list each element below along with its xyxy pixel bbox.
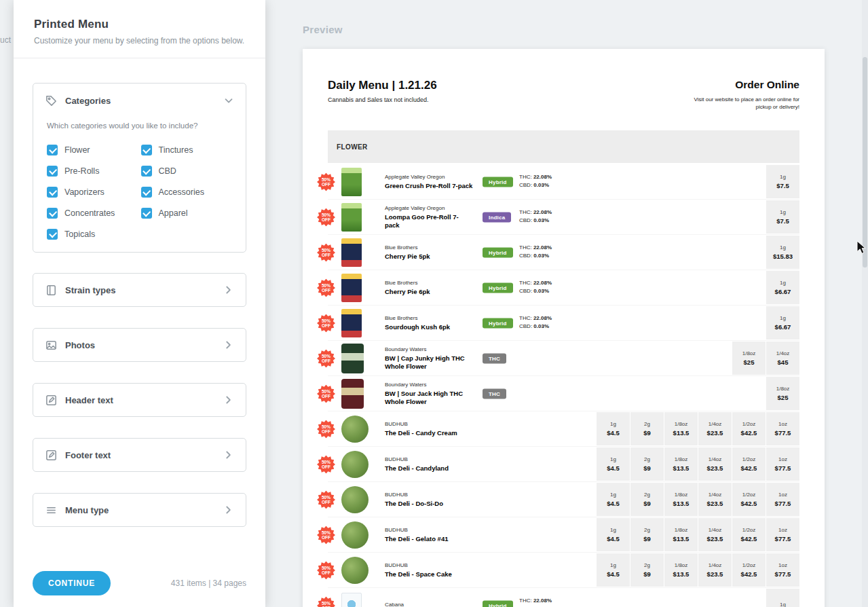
price-cell: 1/4oz $23.5	[698, 412, 732, 445]
category-option-label: Apparel	[159, 208, 188, 218]
category-checkbox-option[interactable]: Topicals	[47, 229, 141, 240]
product-image	[341, 521, 369, 549]
strain-badge: Hybrid	[483, 247, 513, 257]
price-value: $4.5	[607, 535, 620, 542]
price-size-label: 1g	[610, 421, 616, 427]
category-checkbox-option[interactable]: Flower	[47, 145, 141, 155]
price-size-label: 1/8oz	[675, 527, 688, 533]
category-checkbox-option[interactable]: Vaporizers	[47, 187, 141, 198]
price-size-label: 1oz	[778, 562, 787, 568]
price-cell: 1oz $77.5	[766, 412, 799, 445]
price-cell: 2g $9	[630, 412, 664, 445]
category-checkbox-option[interactable]: Tinctures	[141, 145, 235, 155]
price-cell: 1/8oz $13.5	[664, 553, 698, 587]
price-size-label: 1g	[610, 456, 616, 462]
section-card-strain-types[interactable]: Strain types	[33, 273, 246, 307]
continue-button[interactable]: CONTINUE	[33, 571, 111, 595]
printed-menu-panel: Printed Menu Customize your menu by sele…	[14, 0, 265, 607]
category-checkbox-option[interactable]: Concentrates	[47, 208, 141, 219]
category-checkbox-option[interactable]: Apparel	[141, 208, 235, 219]
category-option-label: Flower	[64, 145, 90, 155]
product-brand: BUDHUB	[385, 420, 473, 426]
price-cell: 1g	[766, 589, 799, 607]
price-size-label: 1/2oz	[742, 492, 756, 498]
price-value: $23.5	[707, 570, 723, 578]
product-brand: Applegate Valley Oregon	[385, 173, 473, 179]
chevron-right-icon	[223, 284, 235, 296]
categories-card: Categories Which categories would you li…	[33, 83, 246, 253]
price-value: $13.5	[673, 500, 690, 507]
scrollbar-track[interactable]	[862, 0, 868, 607]
checkbox-checked-icon[interactable]	[47, 166, 58, 177]
price-tiers: 1g $15.83	[766, 236, 799, 269]
discount-badge: 50%OFF	[317, 561, 335, 579]
category-checkbox-option[interactable]: CBD	[141, 166, 235, 177]
section-card-label: Header text	[65, 395, 113, 405]
categories-card-header[interactable]: Categories	[44, 94, 235, 107]
price-cell: 1g $4.5	[597, 553, 630, 587]
price-cell: 2g $9	[630, 447, 664, 481]
category-section-header: FLOWER	[328, 130, 799, 163]
price-value: $13.5	[673, 464, 690, 472]
product-row: 50%OFF Cabana Hybrid THC: 22.08% CBD: 0.…	[328, 588, 799, 607]
product-name: Cherry Pie 5pk	[385, 252, 473, 260]
potency-info: THC: 22.08% CBD: 0.03%	[519, 597, 552, 607]
price-value: $13.5	[673, 535, 690, 542]
discount-badge: 50%OFF	[317, 278, 335, 297]
price-size-label: 2g	[644, 421, 650, 427]
category-option-label: Topicals	[64, 229, 95, 239]
checkbox-checked-icon[interactable]	[141, 187, 152, 198]
product-brand: Applegate Valley Oregon	[385, 204, 473, 210]
section-card-photos[interactable]: Photos	[33, 328, 246, 362]
checkbox-checked-icon[interactable]	[141, 166, 152, 177]
price-tiers: 1g $7.5	[766, 200, 799, 234]
price-cell: 1/2oz $42.5	[732, 412, 766, 445]
price-value: $9	[643, 429, 651, 437]
panel-header: Printed Menu Customize your menu by sele…	[14, 0, 265, 58]
product-image	[341, 203, 362, 232]
product-row: 50%OFF BUDHUB The Deli - Candyland 1g $4…	[328, 447, 799, 482]
order-online-note: Visit our website to place an order onli…	[683, 96, 799, 111]
checkbox-checked-icon[interactable]	[47, 229, 58, 240]
potency-info: THC: 22.08% CBD: 0.03%	[519, 314, 552, 332]
price-cell: 1/2oz $42.5	[732, 447, 766, 481]
price-cell: 1g $4.5	[597, 483, 630, 516]
chevron-right-icon	[223, 339, 235, 351]
checkbox-checked-icon[interactable]	[141, 208, 152, 219]
category-option-label: Accessories	[159, 187, 204, 197]
price-value: $6.67	[775, 288, 791, 295]
checkbox-checked-icon[interactable]	[47, 187, 58, 198]
price-tiers: 1/8oz $25	[766, 377, 799, 410]
price-size-label: 2g	[644, 492, 650, 498]
price-cell: 1/4oz $45	[766, 342, 799, 375]
discount-badge: 50%OFF	[317, 490, 335, 509]
product-brand: Cabana	[385, 602, 473, 607]
price-value: $42.5	[741, 535, 757, 542]
product-row: 50%OFF Applegate Valley Oregon Loompa Go…	[328, 200, 799, 235]
price-size-label: 1oz	[778, 527, 787, 533]
price-size-label: 1g	[780, 209, 786, 215]
price-cell: 1g $7.5	[766, 200, 799, 234]
checkbox-checked-icon[interactable]	[141, 145, 152, 155]
section-card-menu-type[interactable]: Menu type	[33, 493, 246, 527]
section-card-footer-text[interactable]: Footer text	[33, 438, 246, 472]
discount-badge: 50%OFF	[317, 526, 335, 544]
checkbox-checked-icon[interactable]	[47, 208, 58, 219]
category-option-label: Vaporizers	[64, 187, 105, 197]
product-image	[341, 416, 369, 443]
section-card-header-text[interactable]: Header text	[33, 383, 246, 417]
price-value: $42.5	[741, 500, 757, 507]
product-row: 50%OFF Blue Brothers Cherry Pie 5pk Hybr…	[328, 235, 799, 270]
preview-area: Preview Daily Menu | 1.21.26 Cannabis an…	[265, 0, 868, 607]
price-size-label: 1/8oz	[776, 386, 790, 392]
section-card-label: Strain types	[65, 285, 115, 295]
checkbox-checked-icon[interactable]	[47, 145, 58, 155]
category-checkbox-option[interactable]: Accessories	[141, 187, 235, 198]
price-size-label: 1g	[780, 244, 786, 251]
scrollbar-thumb[interactable]	[863, 57, 867, 268]
price-value: $4.5	[607, 500, 620, 507]
strain-badge: Hybrid	[483, 282, 513, 293]
category-checkbox-option[interactable]: Pre-Rolls	[47, 166, 141, 177]
price-cell: 1g $15.83	[766, 236, 799, 269]
product-row: 50%OFF BUDHUB The Deli - Do-Si-Do 1g $4.…	[328, 482, 799, 517]
